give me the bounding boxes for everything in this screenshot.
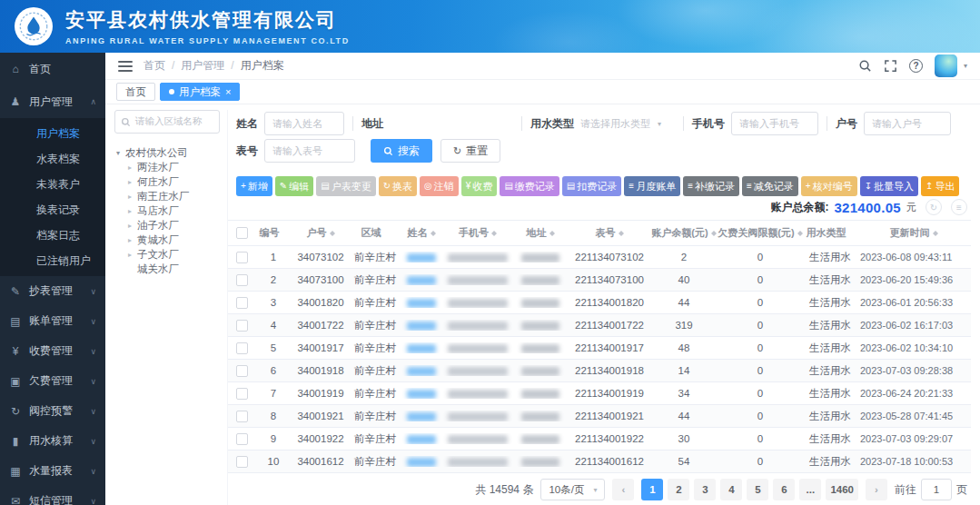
toolbar-button[interactable]: ≡ 减免记录 [742,176,798,196]
tree-item[interactable]: ▸ 城关水厂 [114,262,220,276]
sort-icon[interactable] [711,228,717,239]
toolbar-button[interactable]: ▤ 户表变更 [316,176,375,196]
tree-item[interactable]: ▸ 马店水厂 [114,203,220,218]
help-icon[interactable]: ? [909,59,923,73]
sort-icon[interactable] [549,228,555,239]
sidebar-group-item[interactable]: ▣ 欠费管理 ∨ [0,366,105,396]
tree-item[interactable]: ▸ 子文水厂 [114,247,220,262]
fullscreen-icon[interactable] [884,59,897,73]
toolbar-button[interactable]: ✎ 编辑 [275,176,313,196]
column-settings-icon[interactable]: ≡ [951,199,967,215]
address-input[interactable] [390,112,513,135]
sort-icon[interactable] [619,228,624,239]
tree-item[interactable]: ▸ 两洼水厂 [114,160,220,174]
masked-name-link[interactable] [407,299,436,308]
sort-icon[interactable] [933,228,938,239]
toolbar-button[interactable]: ▤ 缴费记录 [500,176,559,196]
masked-name-link[interactable] [407,276,436,285]
sort-icon[interactable] [330,228,335,239]
column-header[interactable]: 编号 [255,226,292,240]
page-button[interactable]: 6 [773,479,795,500]
tree-item[interactable]: ▸ 南王庄水厂 [114,189,220,203]
column-header[interactable]: 用水类型 [804,226,856,240]
row-checkbox[interactable] [236,411,248,422]
breadcrumb-item[interactable]: 用户档案 [241,58,284,74]
water-type-select[interactable]: 请选择用水类型 ▾ [580,112,675,135]
sidebar-group-item[interactable]: ✉ 短信管理 ∨ [0,486,105,505]
page-button[interactable]: 1 [641,479,663,500]
phone-input[interactable] [731,112,818,135]
column-header[interactable]: 地址 [513,226,568,240]
close-icon[interactable]: × [225,87,231,97]
column-header[interactable]: 姓名 [401,226,442,240]
sidebar-collapse-icon[interactable] [118,61,133,72]
masked-name-link[interactable] [407,435,436,444]
prev-page-button[interactable]: ‹ [612,479,634,500]
region-search-input[interactable]: 请输入区域名称 [114,110,220,134]
sidebar-group-item[interactable]: ▤ 账单管理 ∨ [0,306,105,336]
masked-name-link[interactable] [407,412,436,421]
sort-icon[interactable] [797,228,803,239]
row-checkbox[interactable] [236,365,248,377]
tree-item[interactable]: ▸ 黄城水厂 [114,233,220,247]
page-button[interactable]: ... [799,479,821,500]
toolbar-button[interactable]: ≡ 补缴记录 [683,176,739,196]
next-page-button[interactable]: › [866,479,887,500]
row-checkbox[interactable] [236,252,248,263]
row-checkbox[interactable] [236,342,248,354]
row-checkbox[interactable] [236,320,248,332]
column-header[interactable]: 户号 [292,226,350,240]
column-header[interactable]: 区域 [350,226,401,240]
page-button[interactable]: 5 [747,479,768,500]
goto-page-input[interactable] [921,479,952,500]
page-button[interactable]: 3 [694,479,716,500]
page-button[interactable]: 2 [668,479,689,500]
toolbar-button[interactable]: + 新增 [236,176,272,196]
account-input[interactable] [864,112,951,135]
toolbar-button[interactable]: ↧ 批量导入 [860,176,918,196]
toolbar-button[interactable]: ¥ 收费 [461,176,498,196]
tree-item[interactable]: ▸ 何庄水厂 [114,174,220,189]
masked-name-link[interactable] [407,390,436,399]
toolbar-button[interactable]: + 核对编号 [801,176,857,196]
sidebar-submenu-item[interactable]: 已注销用户 [0,248,105,273]
sidebar-submenu-item[interactable]: 换表记录 [0,197,105,223]
row-checkbox[interactable] [236,297,248,309]
sidebar-group-item[interactable]: ¥ 收费管理 ∨ [0,336,105,366]
sidebar-submenu-item[interactable]: 用户档案 [0,121,105,146]
row-checkbox[interactable] [236,433,248,445]
sidebar-group-item[interactable]: ▮ 用水核算 ∨ [0,426,105,456]
toolbar-button[interactable]: ↥ 导出 [921,176,959,196]
page-size-select[interactable]: 10条/页 ▾ [540,479,605,500]
tab-home[interactable]: 首页 [116,83,155,101]
page-button[interactable]: 1460 [826,479,858,500]
reset-button[interactable]: ↻ 重置 [441,139,500,163]
breadcrumb-item[interactable]: 用户管理 [181,58,240,74]
masked-name-link[interactable] [407,253,436,262]
row-checkbox[interactable] [236,456,248,468]
refresh-icon[interactable]: ↻ [926,199,942,215]
toolbar-button[interactable]: ↻ 换表 [379,176,417,196]
sidebar-group-item[interactable]: ↻ 阀控预警 ∨ [0,396,105,426]
sidebar-group-item[interactable]: ✎ 抄表管理 ∨ [0,276,105,306]
tree-item[interactable]: ▸ 油子水厂 [114,218,220,233]
sidebar-submenu-item[interactable]: 未装表户 [0,172,105,197]
sidebar-item-user-management[interactable]: ♟ 用户管理 ∧ [0,85,105,118]
page-button[interactable]: 4 [720,479,742,500]
masked-name-link[interactable] [407,458,436,467]
avatar[interactable] [935,54,957,77]
search-icon[interactable] [858,59,872,73]
masked-name-link[interactable] [407,322,436,331]
sort-icon[interactable] [431,228,436,239]
name-input[interactable] [264,112,344,135]
breadcrumb-item[interactable]: 首页 [144,58,181,74]
select-all-checkbox[interactable] [236,227,248,239]
column-header[interactable]: 表号 [568,226,651,240]
toolbar-button[interactable]: ≡ 月度账单 [624,176,680,196]
column-header[interactable]: 账户余额(元) [651,226,717,240]
column-header[interactable]: 手机号 [442,226,513,240]
row-checkbox[interactable] [236,388,248,400]
column-header[interactable]: 更新时间 [856,226,971,240]
masked-name-link[interactable] [407,367,436,376]
sidebar-item-home[interactable]: ⌂ 首页 [0,53,105,85]
